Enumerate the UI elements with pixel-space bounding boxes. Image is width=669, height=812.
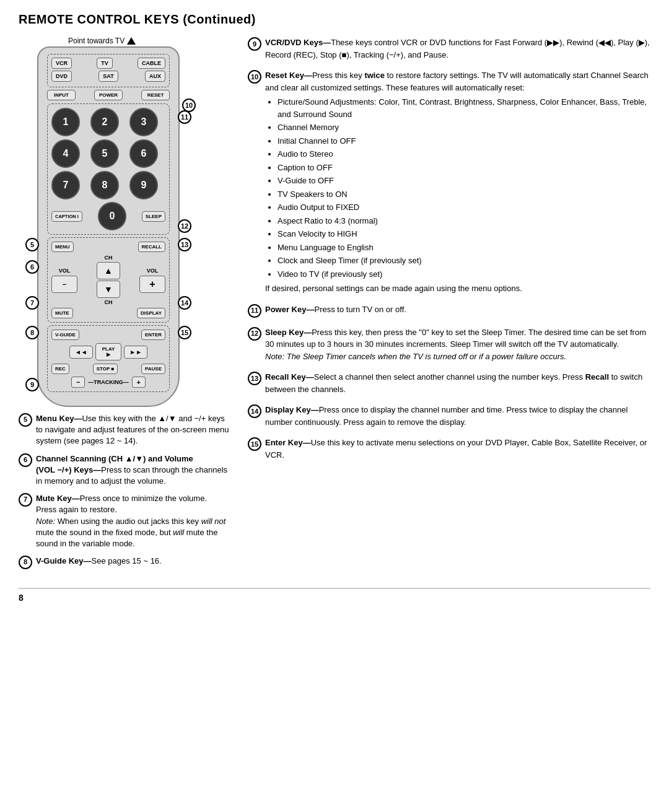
- nav-section: 5 13 MENU RECALL CH VOL −: [47, 237, 170, 323]
- mute-key-label: Mute Key—: [36, 494, 80, 503]
- aux-button[interactable]: AUX: [145, 71, 165, 82]
- ch-up-button[interactable]: ▲: [97, 262, 120, 279]
- source-row-2: DVD SAT AUX: [51, 71, 165, 82]
- bullet-initial-channel: Initial Channel to OFF: [278, 135, 650, 147]
- left-column: Point towards TV VCR TV CABLE DVD SAT AU…: [19, 37, 229, 575]
- num-9-button[interactable]: 9: [129, 171, 158, 199]
- bullet-picture-sound: Picture/Sound Adjustments: Color, Tint, …: [278, 96, 650, 120]
- callout-9: 9: [25, 378, 39, 391]
- mute-button[interactable]: MUTE: [51, 308, 73, 318]
- playback-row: ◄◄ PLAY ▶ ►►: [51, 343, 165, 360]
- vguide-enter-row: V-GUIDE ENTER: [51, 330, 165, 340]
- fastforward-button[interactable]: ►►: [124, 346, 147, 359]
- page-title: REMOTE CONTROL KEYS (Continued): [19, 12, 650, 27]
- tracking-label: —TRACKING—: [88, 379, 129, 385]
- desc-text-8: V-Guide Key—See pages 15 ~ 16.: [36, 556, 229, 567]
- desc-item-5: 5 Menu Key—Use this key with the ▲/▼ and…: [19, 413, 229, 447]
- mute-note: Note:: [36, 517, 55, 526]
- rec-stop-row: REC STOP ■ PAUSE: [51, 364, 165, 374]
- stop-button[interactable]: STOP ■: [93, 364, 118, 374]
- ch-up-label: CH: [51, 255, 165, 261]
- right-text-13: Recall Key—Select a channel then select …: [265, 371, 650, 395]
- num-4-button[interactable]: 4: [51, 139, 80, 168]
- source-section: VCR TV CABLE DVD SAT AUX: [47, 54, 170, 87]
- sleep-button[interactable]: SLEEP: [142, 211, 165, 222]
- tv-button[interactable]: TV: [97, 58, 113, 69]
- bullet-clock-sleep: Clock and Sleep Timer (if previously set…: [278, 255, 650, 267]
- num-2-button[interactable]: 2: [90, 108, 119, 136]
- sat-button[interactable]: SAT: [98, 71, 118, 82]
- ch-down-button[interactable]: ▼: [97, 281, 120, 298]
- bullet-tv-speakers: TV Speakers to ON: [278, 188, 650, 201]
- desc-num-7: 7: [19, 493, 32, 507]
- vol-label-left: VOL: [59, 268, 71, 274]
- display-key-label: Display Key—: [265, 405, 319, 414]
- right-item-15: 15 Enter Key—Use this key to activate me…: [248, 437, 650, 461]
- bullet-audio-output: Audio Output to FIXED: [278, 201, 650, 214]
- desc-num-8: 8: [19, 556, 32, 569]
- tracking-minus-button[interactable]: −: [71, 377, 85, 388]
- power-button[interactable]: POWER: [94, 90, 123, 100]
- num-1-button[interactable]: 1: [51, 108, 80, 136]
- right-item-10: 10 Reset Key—Press this key twice to res…: [248, 69, 650, 295]
- tracking-plus-button[interactable]: +: [132, 377, 146, 388]
- main-layout: Point towards TV VCR TV CABLE DVD SAT AU…: [19, 37, 650, 575]
- sleep-key-label: Sleep Key—: [265, 328, 312, 337]
- caption-button[interactable]: CAPTION I: [51, 211, 82, 222]
- reset-button[interactable]: RESET: [141, 90, 170, 100]
- vol-minus-button[interactable]: −: [51, 276, 77, 293]
- right-text-15: Enter Key—Use this key to activate menu …: [265, 437, 650, 461]
- sleep-note-label: Note:: [265, 352, 284, 361]
- menu-recall-row: MENU RECALL: [51, 242, 165, 252]
- reset-bullet-list: Picture/Sound Adjustments: Color, Tint, …: [265, 96, 650, 280]
- tracking-row: − —TRACKING— +: [51, 377, 165, 388]
- right-text-10: Reset Key—Press this key twice to restor…: [265, 69, 650, 295]
- callout-15: 15: [178, 326, 191, 339]
- bottom-section: 8 15 V-GUIDE ENTER ◄◄ PLAY ▶ ►►: [47, 325, 170, 392]
- vcr-dvd-label: VCR/DVD Keys—: [265, 38, 331, 47]
- vol-plus-button[interactable]: +: [139, 276, 165, 293]
- num-6-button[interactable]: 6: [129, 139, 158, 168]
- right-num-9: 9: [248, 37, 261, 51]
- ch-center: ▲ ▼: [97, 262, 120, 298]
- rewind-button[interactable]: ◄◄: [69, 346, 93, 359]
- vcr-button[interactable]: VCR: [51, 58, 72, 69]
- numpad-section: 11 1 2 3 4 5 6 7 8 9 CAPTION I 0 SLEEP: [47, 103, 170, 235]
- page-number: 8: [19, 593, 24, 603]
- mute-display-row: MUTE DISPLAY: [51, 308, 165, 318]
- right-item-12: 12 Sleep Key—Press this key, then press …: [248, 326, 650, 363]
- menu-button[interactable]: MENU: [51, 242, 74, 252]
- source-row-1: VCR TV CABLE: [51, 58, 165, 69]
- vguide-button[interactable]: V-GUIDE: [51, 330, 79, 340]
- bullet-caption: Caption to OFF: [278, 162, 650, 174]
- num-5-button[interactable]: 5: [90, 139, 119, 168]
- bullet-audio-stereo: Audio to Stereo: [278, 148, 650, 160]
- right-text-12: Sleep Key—Press this key, then press the…: [265, 326, 650, 363]
- input-button[interactable]: INPUT: [47, 90, 76, 100]
- reset-key-label: Reset Key—: [265, 71, 312, 80]
- right-text-11: Power Key—Press to turn TV on or off.: [265, 303, 650, 316]
- display-button[interactable]: DISPLAY: [137, 308, 165, 318]
- num-3-button[interactable]: 3: [129, 108, 158, 136]
- play-button[interactable]: PLAY ▶: [95, 343, 122, 360]
- right-num-14: 14: [248, 404, 261, 418]
- power-key-label: Power Key—: [265, 305, 314, 314]
- enter-button[interactable]: ENTER: [141, 330, 165, 340]
- num-0-button[interactable]: 0: [98, 202, 126, 230]
- left-descriptions: 5 Menu Key—Use this key with the ▲/▼ and…: [19, 413, 229, 575]
- control-row: INPUT POWER RESET: [47, 90, 170, 100]
- right-num-10: 10: [248, 70, 261, 84]
- right-text-9: VCR/DVD Keys—These keys control VCR or D…: [265, 37, 650, 61]
- callout-5: 5: [25, 238, 39, 251]
- num-8-button[interactable]: 8: [90, 171, 119, 199]
- vol-label-right: VOL: [147, 268, 159, 274]
- recall-button[interactable]: RECALL: [138, 242, 165, 252]
- dvd-button[interactable]: DVD: [51, 71, 72, 82]
- desc-num-5: 5: [19, 413, 32, 427]
- cable-button[interactable]: CABLE: [138, 58, 165, 69]
- callout-14: 14: [178, 296, 191, 310]
- right-num-11: 11: [248, 304, 261, 318]
- num-7-button[interactable]: 7: [51, 171, 80, 199]
- rec-button[interactable]: REC: [51, 364, 69, 374]
- pause-button[interactable]: PAUSE: [141, 364, 165, 374]
